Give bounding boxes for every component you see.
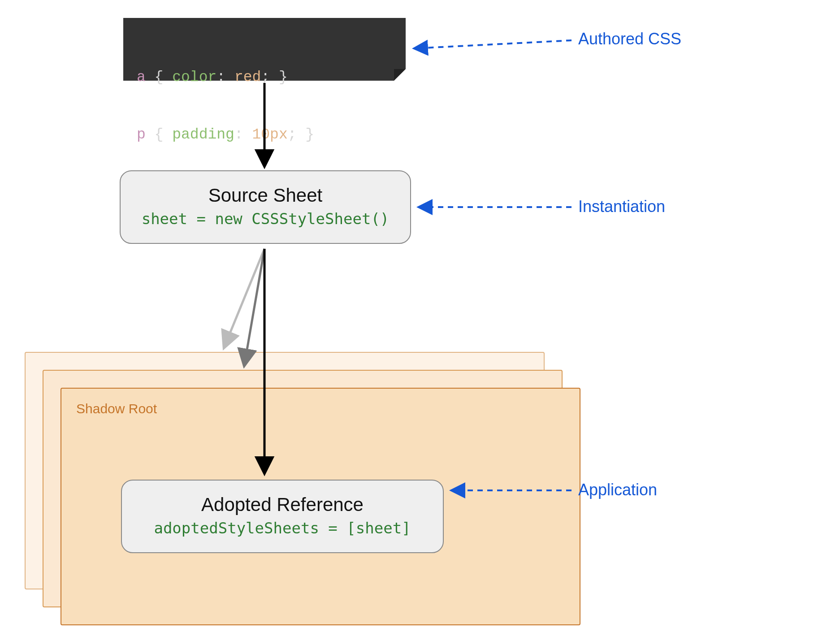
source-sheet-box: Source Sheet sheet = new CSSStyleSheet() xyxy=(120,170,411,244)
arrow-source-to-stack-mid xyxy=(244,249,264,365)
adopted-reference-title: Adopted Reference xyxy=(140,494,425,515)
code-line-1: a { color: red; } xyxy=(137,68,392,87)
authored-css-code-box: a { color: red; } p { padding: 10px; } xyxy=(123,18,406,81)
source-sheet-code: sheet = new CSSStyleSheet() xyxy=(139,210,392,228)
code-line-2: p { padding: 10px; } xyxy=(137,126,392,145)
arrow-annotation-authored xyxy=(415,40,572,48)
annotation-instantiation: Instantiation xyxy=(578,197,665,216)
arrow-source-to-stack-back xyxy=(224,249,264,347)
page-fold-icon xyxy=(394,69,406,81)
adopted-reference-code: adoptedStyleSheets = [sheet] xyxy=(140,519,425,537)
adopted-reference-box: Adopted Reference adoptedStyleSheets = [… xyxy=(121,480,444,553)
source-sheet-title: Source Sheet xyxy=(139,185,392,206)
annotation-authored-css: Authored CSS xyxy=(578,30,681,48)
annotation-application: Application xyxy=(578,481,657,499)
shadow-root-label: Shadow Root xyxy=(76,401,157,416)
